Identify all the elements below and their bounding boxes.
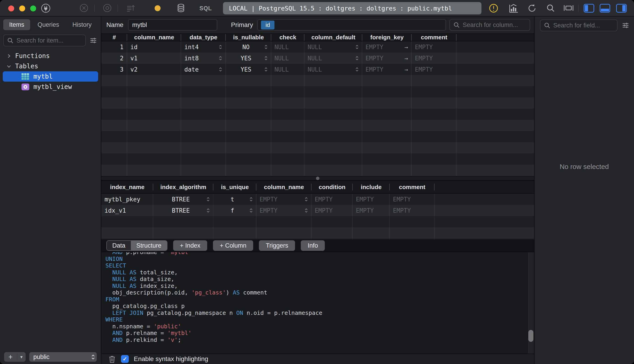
cell-foreign_key[interactable]: EMPTY→ [362, 42, 412, 52]
cell-foreign_key[interactable]: EMPTY→ [362, 52, 412, 64]
cell-is_unique[interactable]: f [214, 205, 256, 216]
connection-icon[interactable] [41, 3, 51, 13]
cell-column_name[interactable]: EMPTY [256, 205, 312, 216]
cell-condition[interactable]: EMPTY [312, 205, 353, 216]
syntax-checkbox[interactable]: ✓ [121, 355, 129, 363]
stepper-icon[interactable] [219, 56, 222, 61]
tab-structure[interactable]: Structure [131, 241, 167, 250]
stepper-icon[interactable] [264, 56, 268, 61]
database-icon[interactable] [176, 3, 186, 13]
cell-data_type[interactable]: int4 [181, 42, 226, 52]
stepper-icon[interactable] [305, 208, 308, 213]
stepper-icon[interactable] [206, 197, 210, 202]
cell-check[interactable]: NULL [271, 42, 304, 52]
cell-column_default[interactable]: NULL [304, 64, 362, 75]
sidebar-item-mytbl-view[interactable]: mytbl_view [3, 82, 98, 92]
table-name-input[interactable] [132, 21, 214, 29]
drag-handle-icon[interactable] [316, 177, 320, 180]
stepper-icon[interactable] [356, 56, 359, 61]
primary-key-chip[interactable]: id [261, 20, 274, 30]
panel-right-icon[interactable] [616, 4, 627, 12]
table-row[interactable]: 2v1int8YESNULLNULLEMPTY→EMPTY [101, 52, 534, 64]
cell-index_name[interactable]: idx_v1 [101, 205, 153, 216]
cell-include[interactable]: EMPTY [353, 194, 390, 205]
stepper-icon[interactable] [356, 44, 359, 50]
cell-index_name[interactable]: mytbl_pkey [101, 194, 153, 205]
cell-column_name[interactable]: id [127, 42, 181, 52]
stepper-icon[interactable] [250, 197, 253, 202]
sql-scrollbar[interactable] [527, 252, 534, 354]
item-search-input[interactable] [16, 37, 82, 44]
cell-num[interactable]: 2 [101, 52, 127, 64]
sidebar-tab-history[interactable]: History [66, 19, 98, 30]
filter-icon[interactable] [89, 36, 98, 45]
cell-is_nullable[interactable]: NO [226, 42, 271, 52]
sidebar-group-tables[interactable]: Tables [3, 61, 98, 71]
stepper-icon[interactable] [264, 44, 268, 50]
minimize-button[interactable] [19, 6, 25, 12]
tab-triggers[interactable]: Triggers [259, 240, 295, 251]
cell-check[interactable]: NULL [271, 52, 304, 64]
cell-condition[interactable]: EMPTY [312, 194, 353, 205]
stepper-icon[interactable] [356, 67, 359, 72]
cell-data_type[interactable]: int8 [181, 52, 226, 64]
stepper-icon[interactable] [250, 208, 253, 213]
cell-column_default[interactable]: NULL [304, 42, 362, 52]
cell-index_algorithm[interactable]: BTREE [153, 194, 214, 205]
close-button[interactable] [8, 6, 14, 12]
tab-data[interactable]: Data [107, 241, 131, 250]
stepper-icon[interactable] [305, 197, 308, 202]
cell-index_algorithm[interactable]: BTREE [153, 205, 214, 216]
sql-scrollbar-thumb[interactable] [528, 330, 533, 342]
cell-comment[interactable]: EMPTY [412, 52, 456, 64]
table-row[interactable]: idx_v1BTREEfEMPTYEMPTYEMPTYEMPTY [101, 205, 534, 216]
tab-column[interactable]: + Column [213, 240, 253, 251]
chevron-down-icon[interactable] [6, 64, 12, 69]
chevron-right-icon[interactable] [6, 54, 12, 58]
activity-chart-icon[interactable] [508, 3, 519, 13]
cell-is_nullable[interactable]: YES [226, 52, 271, 64]
pane-splitter[interactable] [101, 176, 534, 180]
tab-index[interactable]: + Index [173, 240, 207, 251]
stepper-icon[interactable] [206, 208, 210, 213]
add-item-button[interactable]: + [4, 354, 18, 360]
cell-num[interactable]: 3 [101, 64, 127, 75]
table-row[interactable]: mytbl_pkeyBTREEtEMPTYEMPTYEMPTYEMPTY [101, 194, 534, 205]
refresh-icon[interactable] [527, 3, 537, 13]
panel-bottom-icon[interactable] [600, 4, 610, 12]
chevron-down-icon[interactable]: ▾ [18, 354, 26, 360]
cell-foreign_key[interactable]: EMPTY→ [362, 64, 412, 75]
tab-info[interactable]: Info [301, 240, 325, 251]
cell-column_default[interactable]: NULL [304, 52, 362, 64]
cell-include[interactable]: EMPTY [353, 205, 390, 216]
sidebar-tab-items[interactable]: Items [3, 19, 30, 30]
stepper-icon[interactable] [219, 67, 222, 72]
trash-icon[interactable] [108, 355, 116, 363]
table-row[interactable]: 1idint4NONULLNULLEMPTY→EMPTY [101, 42, 534, 52]
sql-editor[interactable]: AND p.proname = 'mytbl'UNIONSELECT NULL … [101, 252, 534, 354]
table-name-field[interactable] [128, 19, 217, 31]
field-search-field[interactable] [540, 20, 618, 31]
stepper-icon[interactable] [264, 67, 268, 72]
sidebar-item-mytbl[interactable]: mytbl [3, 71, 98, 82]
zoom-button[interactable] [30, 6, 36, 12]
cell-comment[interactable]: EMPTY [390, 194, 434, 205]
table-row[interactable]: 3v2dateYESNULLNULLEMPTY→EMPTY [101, 64, 534, 75]
search-icon[interactable] [546, 3, 555, 13]
field-search-input[interactable] [553, 22, 614, 29]
window-width-icon[interactable] [563, 3, 574, 13]
cell-column_name[interactable]: v2 [127, 64, 181, 75]
cell-num[interactable]: 1 [101, 42, 127, 52]
schema-select[interactable]: public [29, 352, 97, 362]
sidebar-tab-queries[interactable]: Queries [32, 19, 65, 30]
connection-title[interactable]: LOCAL | PostgreSQL 15.5 : doltgres : dol… [223, 2, 482, 14]
stepper-icon[interactable] [219, 44, 222, 50]
sidebar-group-functions[interactable]: Functions [3, 51, 98, 61]
cell-column_name[interactable]: v1 [127, 52, 181, 64]
cell-comment[interactable]: EMPTY [390, 205, 434, 216]
cell-comment[interactable]: EMPTY [412, 64, 456, 75]
cell-is_nullable[interactable]: YES [226, 64, 271, 75]
filter-icon[interactable] [621, 21, 630, 30]
column-search-field[interactable] [450, 19, 530, 31]
cell-column_name[interactable]: EMPTY [256, 194, 312, 205]
